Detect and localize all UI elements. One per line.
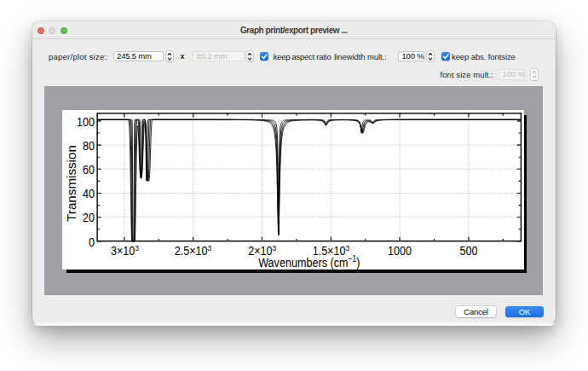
svg-text:80: 80 (83, 138, 95, 152)
svg-text:100: 100 (77, 114, 95, 128)
svg-text:Wavenumbers (cm−1): Wavenumbers (cm−1) (258, 253, 360, 269)
svg-text:2.5×103: 2.5×103 (175, 243, 212, 258)
svg-text:1000: 1000 (388, 244, 412, 258)
svg-text:40: 40 (83, 187, 95, 200)
svg-text:500: 500 (459, 244, 477, 258)
svg-text:0: 0 (89, 235, 95, 248)
svg-text:Transmission: Transmission (63, 145, 78, 222)
svg-text:60: 60 (83, 163, 95, 177)
svg-text:20: 20 (83, 211, 95, 224)
svg-text:3×103: 3×103 (111, 243, 139, 258)
